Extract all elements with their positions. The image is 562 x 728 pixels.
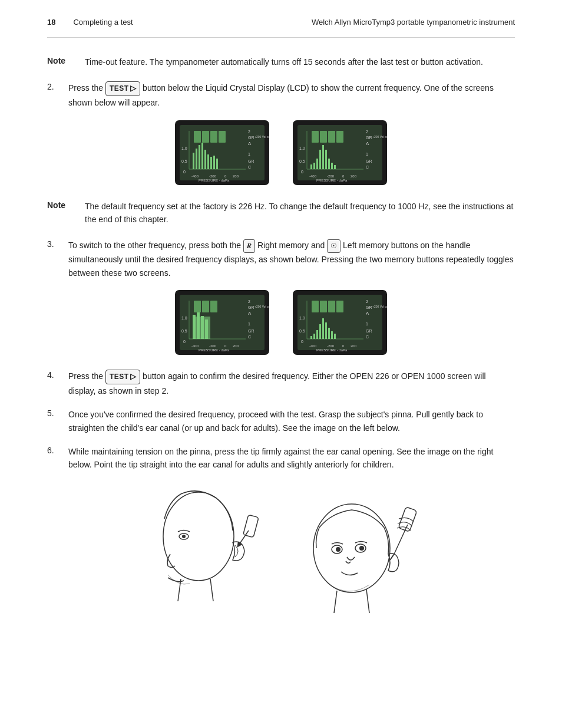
step3-block: 3. To switch to the other frequency, pre…: [47, 239, 515, 279]
page: 18 Completing a test Welch Allyn MicroTy…: [0, 0, 562, 728]
svg-rect-67: [180, 295, 265, 350]
svg-rect-88: [197, 312, 200, 339]
step5-text: Once you've confirmed the desired freque…: [68, 408, 515, 434]
svg-text:PRESSURE - daPa: PRESSURE - daPa: [316, 348, 348, 352]
test-label: TEST: [110, 83, 129, 94]
svg-text:-200: -200: [327, 344, 335, 348]
svg-text:GR: GR: [366, 305, 372, 309]
header-left: 18 Completing a test: [47, 18, 133, 27]
svg-text:200: 200: [351, 344, 357, 348]
svg-rect-118: [322, 318, 324, 339]
svg-rect-63: [334, 165, 336, 169]
svg-rect-27: [207, 154, 209, 169]
svg-rect-19: [202, 131, 209, 143]
svg-text:0: 0: [183, 170, 186, 174]
svg-text:-400: -400: [309, 174, 317, 178]
test-button-step2: TEST▷: [105, 81, 140, 96]
svg-text:PRESSURE - daPa: PRESSURE - daPa: [316, 179, 348, 182]
right-memory-label: 𝑹: [247, 241, 252, 252]
content-area: Note Time-out feature. The tympanometer …: [47, 55, 515, 619]
note2-text: The default frequency set at the factory…: [85, 200, 515, 226]
lcd-screen-1: 0 0.5 1.0 Ya mmho -400 -200 0 200 PRESSU…: [175, 120, 269, 187]
svg-rect-114: [310, 336, 312, 339]
test-arrow-step4: ▷: [130, 371, 137, 383]
product-name: Welch Allyn MicroTymp3 portable tympanom…: [312, 18, 515, 27]
lcd-screen-4: 0 0.5 1.0 -400 -200 0 200 PRESSURE - daP…: [293, 290, 387, 357]
svg-text:-400: -400: [191, 174, 199, 178]
svg-rect-87: [193, 315, 196, 339]
svg-rect-120: [328, 328, 330, 339]
left-memory-label: ☉: [330, 241, 337, 252]
step4-text: Press the TEST▷ button again to confirm …: [68, 370, 515, 397]
svg-text:-400: -400: [309, 344, 317, 348]
screens-row-1: 0 0.5 1.0 Ya mmho -400 -200 0 200 PRESSU…: [47, 120, 515, 187]
svg-text:2: 2: [366, 299, 368, 304]
svg-text:+200 Vol cc: +200 Vol cc: [372, 135, 387, 139]
svg-rect-52: [320, 131, 327, 143]
lcd-svg-4: 0 0.5 1.0 -400 -200 0 200 PRESSURE - daP…: [293, 290, 387, 355]
svg-text:A: A: [366, 141, 369, 146]
test-arrow: ▷: [130, 83, 137, 95]
svg-rect-121: [331, 331, 333, 339]
step3-num: 3.: [47, 239, 61, 249]
svg-text:1: 1: [248, 322, 250, 326]
svg-text:200: 200: [233, 344, 239, 348]
lcd-screen-3: 0 0.5 1.0 -400 -200 0 200 PRESSURE - daP…: [175, 290, 269, 357]
lcd-svg-1: 0 0.5 1.0 Ya mmho -400 -200 0 200 PRESSU…: [175, 120, 269, 185]
svg-rect-26: [204, 150, 206, 169]
svg-text:A: A: [248, 141, 252, 146]
note1-label: Note: [47, 55, 75, 65]
section-title: Completing a test: [73, 18, 133, 27]
svg-rect-110: [312, 301, 319, 312]
svg-rect-111: [320, 301, 327, 312]
screens-row-2: 0 0.5 1.0 -400 -200 0 200 PRESSURE - daP…: [47, 290, 515, 357]
step4-block: 4. Press the TEST▷ button again to confi…: [47, 370, 515, 397]
note2-label: Note: [47, 200, 75, 210]
svg-rect-119: [325, 322, 327, 339]
svg-text:0: 0: [183, 340, 186, 344]
page-header: 18 Completing a test Welch Allyn MicroTy…: [47, 18, 515, 38]
svg-text:GR: GR: [248, 305, 254, 309]
step2-block: 2. Press the TEST▷ button below the Liqu…: [47, 81, 515, 109]
svg-text:GR: GR: [366, 159, 372, 163]
note1-text: Time-out feature. The tympanometer autom…: [85, 55, 483, 68]
step3-text: To switch to the other frequency, press …: [68, 239, 515, 279]
step6-num: 6.: [47, 445, 61, 455]
svg-point-131: [359, 546, 364, 551]
svg-text:1.0: 1.0: [181, 316, 187, 320]
step6-text: While maintaining tension on the pinna, …: [68, 445, 515, 472]
svg-text:1: 1: [248, 152, 250, 156]
step2-text: Press the TEST▷ button below the Liquid …: [68, 81, 515, 109]
svg-rect-28: [210, 157, 212, 169]
svg-text:A: A: [248, 311, 252, 316]
svg-text:GR: GR: [366, 329, 372, 333]
svg-rect-25: [201, 143, 203, 169]
step4-num: 4.: [47, 370, 61, 380]
svg-text:0.5: 0.5: [181, 159, 187, 163]
svg-point-133: [336, 547, 340, 552]
svg-rect-51: [312, 131, 319, 143]
svg-rect-20: [210, 131, 217, 143]
step5-num: 5.: [47, 408, 61, 418]
svg-point-129: [313, 504, 390, 592]
svg-text:1: 1: [366, 322, 368, 326]
svg-text:0: 0: [301, 340, 303, 344]
svg-rect-112: [328, 301, 335, 312]
note2-block: Note The default frequency set at the fa…: [47, 200, 515, 226]
svg-rect-56: [313, 163, 315, 169]
svg-rect-57: [316, 159, 318, 169]
svg-rect-53: [328, 131, 335, 143]
svg-text:200: 200: [351, 174, 357, 178]
svg-text:1.0: 1.0: [181, 146, 187, 150]
svg-text:C: C: [366, 165, 369, 169]
note1-block: Note Time-out feature. The tympanometer …: [47, 55, 515, 68]
step5-block: 5. Once you've confirmed the desired fre…: [47, 408, 515, 434]
child-ear-illustration: [299, 483, 416, 619]
step6-block: 6. While maintaining tension on the pinn…: [47, 445, 515, 472]
svg-text:GR: GR: [248, 136, 254, 140]
svg-rect-61: [328, 159, 330, 169]
svg-text:0.5: 0.5: [299, 159, 305, 163]
svg-text:0.5: 0.5: [299, 329, 305, 333]
svg-rect-55: [310, 164, 312, 169]
svg-rect-84: [202, 301, 209, 312]
